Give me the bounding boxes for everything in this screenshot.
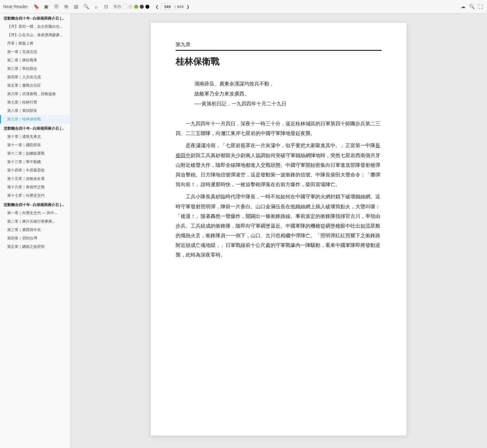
sidebar-item-ch4[interactable]: 第四章｜入京佐元戎	[0, 73, 70, 81]
main-area: 悲歡離合四十年─白崇禧與蔣介石 (... 【序】君臣一體，自古所難白先... 【…	[0, 13, 487, 448]
prev-page-button[interactable]: ❮	[154, 3, 160, 10]
window-icon[interactable]: ▣	[43, 3, 50, 10]
topbar: Neat Reader 🔖 ▣ ☰ ⊞ ▤ 🔍 ⌕ ⊡ 配色 ❮ / 944 ❯…	[0, 0, 487, 13]
page-navigation: ❮ / 944 ❯	[154, 3, 191, 10]
sidebar-item-ch10[interactable]: 第十章｜遺恨失東北	[0, 132, 70, 141]
sidebar-item-b-ch4[interactable]: 第四章｜切到台灣	[0, 234, 70, 243]
sidebar-item-ch15[interactable]: 第十五章｜炎敗炎全電	[0, 175, 70, 183]
color-label: 配色	[114, 4, 121, 9]
cloud-icon[interactable]: ☁	[460, 3, 466, 10]
paragraph-1: 一九四四年十一月四日，深夜十一時三十分，逼近桂林城區的日軍第四十師團步兵第二三四…	[176, 119, 382, 138]
sidebar-item-ch5[interactable]: 第五章｜鏖戰台兒莊	[0, 81, 70, 90]
sidebar-item-xu1[interactable]: 【序】君臣一體，自古所難白先...	[0, 22, 70, 31]
page-total: 944	[177, 4, 184, 9]
chapter-divider	[176, 50, 382, 51]
quote-block: 湖南薛岳、廣東余漢謀均按兵不動， 故敵軍乃全力來攻廣西。 ──黃旭初日記，一九四…	[194, 79, 382, 109]
content-area: 第九章 桂林保衛戰 湖南薛岳、廣東余漢謀均按兵不動， 故敵軍乃全力來攻廣西。 ─…	[70, 13, 487, 448]
color-section: 配色	[114, 4, 149, 9]
sidebar-item-b-ch1[interactable]: 第一章｜向歷史交代 — 與中...	[0, 209, 70, 217]
sidebar-section-2-header[interactable]: 悲歡離合四十年─白崇禧與蔣介石 (...	[0, 123, 70, 132]
chapter-label: 第九章	[176, 41, 382, 48]
sidebar-item-ch6[interactable]: 第六章｜武漢會戰，回教協會	[0, 90, 70, 98]
search2-icon[interactable]: ⌕	[93, 3, 100, 10]
color-dot-black[interactable]	[145, 5, 149, 9]
next-page-button[interactable]: ❯	[185, 3, 191, 10]
sidebar: 悲歡離合四十年─白崇禧與蔣介石 (... 【序】君臣一體，自古所難白先... 【…	[0, 13, 70, 448]
sidebar-item-b-ch3[interactable]: 第三章｜廣西與中央	[0, 226, 70, 234]
chapter-title: 桂林保衛戰	[176, 56, 382, 68]
sidebar-item-xuyan[interactable]: 序章｜棋盤上將	[0, 39, 70, 48]
quote-line-2: 故敵軍乃全力來攻廣西。	[194, 89, 382, 99]
page-separator: /	[174, 4, 176, 9]
right-toolbar: ☁ 🔍 ⛶	[460, 3, 484, 10]
sidebar-item-ch11[interactable]: 第十一章｜國防部長	[0, 141, 70, 149]
sidebar-item-ch9[interactable]: 第九章｜桂林保衛戰	[0, 115, 70, 123]
sidebar-section-3-header[interactable]: 悲歡離合四十年─白崇禧與蔣介石 (...	[0, 200, 70, 209]
quote-line-1: 湖南薛岳、廣東余漢謀均按兵不動，	[194, 79, 382, 89]
sidebar-item-ch16[interactable]: 第十六章｜青樹坪之戰	[0, 183, 70, 191]
search3-icon[interactable]: 🔍	[468, 3, 475, 10]
bookmark-icon[interactable]: 🔖	[33, 3, 40, 10]
color-dot-light[interactable]	[129, 5, 133, 9]
sidebar-item-ch3[interactable]: 第三章｜寧桂競合	[0, 65, 70, 73]
app-title: Neat Reader	[3, 4, 28, 9]
sidebar-item-b-ch2[interactable]: 第二章｜蔣介石復行視事蔣...	[0, 217, 70, 226]
page-input[interactable]	[161, 3, 173, 10]
sidebar-item-ch8[interactable]: 第八章｜軍訓部長	[0, 107, 70, 115]
color-dot-green[interactable]	[134, 5, 138, 9]
sidebar-item-ch17[interactable]: 第十七章｜向歷史交代	[0, 191, 70, 200]
color-dot-white[interactable]	[123, 5, 127, 9]
paragraph-2: 是夜瀟瀟冷雨，「七星岩籠罩在一片灰濛中，似乎要把大家吸進其中。」正當第一中隊長柴…	[176, 141, 382, 189]
grid-icon[interactable]: ⊞	[63, 3, 70, 10]
page: 第九章 桂林保衛戰 湖南薛岳、廣東余漢謀均按兵不動， 故敵軍乃全力來攻廣西。 ─…	[151, 23, 407, 436]
menu-icon[interactable]: ☰	[53, 3, 60, 10]
sidebar-item-ch14[interactable]: 第十四章｜中原風雲急	[0, 166, 70, 175]
sidebar-item-ch7[interactable]: 第七章｜桂林行營	[0, 98, 70, 107]
search1-icon[interactable]: 🔍	[83, 3, 90, 10]
fit-icon[interactable]: ⊡	[103, 3, 110, 10]
quote-line-3: ──黃旭初日記，一九四四年十月二十九日	[194, 99, 382, 109]
paragraph-3: 工兵小隊長真砂臨時代理中隊長，一時不知如何在中國守軍的火網封鎖下破壞鐵絲網。這時…	[176, 192, 382, 260]
color-dot-dark-gray[interactable]	[140, 5, 144, 9]
sidebar-section-1-header[interactable]: 悲歡離合四十年─白崇禧與蔣介石 (...	[0, 13, 70, 22]
sidebar-item-ch1[interactable]: 第一章｜完成北伐	[0, 48, 70, 56]
sidebar-item-b-ch5[interactable]: 第五章｜總統之政府部	[0, 243, 70, 251]
fullscreen-icon[interactable]: ⛶	[477, 3, 484, 10]
sidebar-item-ch13[interactable]: 第十三章｜華中剿總	[0, 158, 70, 166]
page-icon[interactable]: ▤	[73, 3, 80, 10]
sidebar-item-ch2[interactable]: 第二章｜蔣桂戰爭	[0, 56, 70, 65]
sidebar-item-xu2[interactable]: 【序】心在天山，身老澹洲廖彥...	[0, 31, 70, 39]
sidebar-item-ch12[interactable]: 第十二章｜副總統選戰	[0, 149, 70, 158]
